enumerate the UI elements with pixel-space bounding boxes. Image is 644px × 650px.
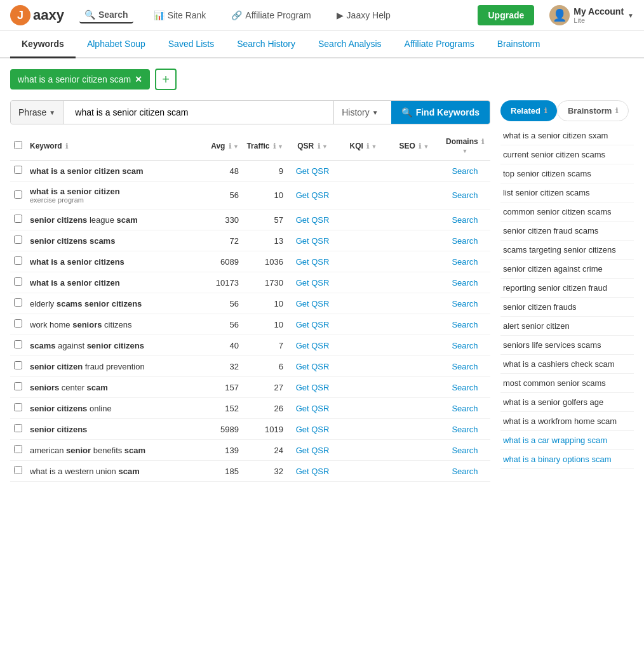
related-list-item[interactable]: common senior citizen scams [500,202,634,222]
search-link[interactable]: Search [452,299,478,308]
qsr-cell[interactable]: Get QSR [287,440,338,461]
row-checkbox[interactable] [14,466,22,474]
nav-site-rank[interactable]: 📊 Site Rank [149,8,211,23]
tab-search-history[interactable]: Search History [225,31,307,57]
search-tag-close[interactable]: ✕ [135,74,142,84]
row-checkbox[interactable] [14,424,22,432]
search-link[interactable]: Search [452,190,478,200]
row-checkbox[interactable] [14,190,22,199]
qsr-cell[interactable]: Get QSR [287,335,338,356]
qsr-cell[interactable]: Get QSR [287,398,338,419]
domains-cell[interactable]: Search [439,293,490,314]
row-checkbox[interactable] [14,361,22,369]
related-list-item[interactable]: alert senior citizen [500,317,634,336]
account-button[interactable]: 👤 My Account Lite ▼ [549,5,634,25]
get-qsr-link[interactable]: Get QSR [296,166,330,176]
related-list-item[interactable]: what is a binary options scam [500,450,634,469]
tab-affiliate-programs[interactable]: Affiliate Programs [393,31,486,57]
search-link[interactable]: Search [452,383,478,392]
search-tag[interactable]: what is a senior citizen scam ✕ [10,69,150,90]
related-list-item[interactable]: most common senior scams [500,374,634,393]
kqi-sort-icon[interactable]: ▼ [372,143,377,150]
get-qsr-link[interactable]: Get QSR [296,341,330,350]
search-link[interactable]: Search [452,236,478,246]
related-list-item[interactable]: what is a senior citizen sxam [500,126,634,145]
qsr-cell[interactable]: Get QSR [287,419,338,440]
get-qsr-link[interactable]: Get QSR [296,278,330,288]
qsr-cell[interactable]: Get QSR [287,272,338,293]
domains-cell[interactable]: Search [439,182,490,209]
nav-affiliate-program[interactable]: 🔗 Affiliate Program [226,8,316,23]
search-main-input[interactable] [69,101,328,124]
domains-cell[interactable]: Search [439,398,490,419]
get-qsr-link[interactable]: Get QSR [296,362,330,371]
traffic-info-icon[interactable]: ℹ [273,142,276,150]
search-link[interactable]: Search [452,404,478,413]
phrase-dropdown[interactable]: Phrase ▼ [11,101,64,124]
related-list-item[interactable]: senior citizen fraud scams [500,222,634,241]
related-list-item[interactable]: current senior citizen scams [500,145,634,164]
search-link[interactable]: Search [452,166,478,176]
search-link[interactable]: Search [452,362,478,371]
search-link[interactable]: Search [452,215,478,225]
qsr-cell[interactable]: Get QSR [287,182,338,209]
avg-sort-icon[interactable]: ▼ [233,143,239,150]
tab-keywords[interactable]: Keywords [10,31,76,58]
search-link[interactable]: Search [452,257,478,267]
select-all-checkbox[interactable] [14,141,22,149]
domains-cell[interactable]: Search [439,230,490,251]
qsr-cell[interactable]: Get QSR [287,161,338,182]
search-link[interactable]: Search [452,278,478,288]
nav-jaaxy-help[interactable]: ▶ Jaaxy Help [332,8,396,23]
seo-sort-icon[interactable]: ▼ [424,143,429,150]
domains-cell[interactable]: Search [439,419,490,440]
get-qsr-link[interactable]: Get QSR [296,320,330,329]
search-link[interactable]: Search [452,320,478,329]
row-checkbox[interactable] [14,382,22,390]
qsr-info-icon[interactable]: ℹ [318,142,320,150]
get-qsr-link[interactable]: Get QSR [296,215,330,225]
qsr-cell[interactable]: Get QSR [287,461,338,482]
related-list-item[interactable]: list senior citizen scams [500,183,634,202]
search-link[interactable]: Search [452,446,478,455]
nav-search[interactable]: 🔍 Search [79,7,133,23]
get-qsr-link[interactable]: Get QSR [296,467,330,476]
qsr-cell[interactable]: Get QSR [287,356,338,377]
get-qsr-link[interactable]: Get QSR [296,257,330,267]
get-qsr-link[interactable]: Get QSR [296,236,330,246]
find-keywords-button[interactable]: 🔍 Find Keywords [391,101,490,124]
qsr-cell[interactable]: Get QSR [287,314,338,335]
traffic-sort-icon[interactable]: ▼ [278,143,283,150]
tab-saved-lists[interactable]: Saved Lists [157,31,225,57]
get-qsr-link[interactable]: Get QSR [296,404,330,413]
related-list-item[interactable]: what is a car wrapping scam [500,431,634,450]
qsr-cell[interactable]: Get QSR [287,251,338,272]
domains-cell[interactable]: Search [439,440,490,461]
domains-cell[interactable]: Search [439,314,490,335]
domains-cell[interactable]: Search [439,272,490,293]
get-qsr-link[interactable]: Get QSR [296,446,330,455]
row-checkbox[interactable] [14,215,22,223]
brainstorm-info-icon[interactable]: ℹ [615,107,618,115]
related-list-item[interactable]: scams targeting senior citizens [500,241,634,260]
domains-cell[interactable]: Search [439,251,490,272]
domains-cell[interactable]: Search [439,461,490,482]
row-checkbox[interactable] [14,256,22,265]
get-qsr-link[interactable]: Get QSR [296,299,330,308]
row-checkbox[interactable] [14,166,22,174]
related-list-item[interactable]: senior citizen against crime [500,260,634,279]
get-qsr-link[interactable]: Get QSR [296,383,330,392]
domains-cell[interactable]: Search [439,209,490,230]
upgrade-button[interactable]: Upgrade [478,5,534,25]
keyword-info-icon[interactable]: ℹ [65,142,68,150]
row-checkbox[interactable] [14,235,22,244]
related-tab[interactable]: Related ℹ [500,100,557,121]
logo[interactable]: J aaxy [10,5,64,25]
domains-info-icon[interactable]: ℹ [481,138,484,145]
get-qsr-link[interactable]: Get QSR [296,190,330,200]
qsr-sort-icon[interactable]: ▼ [322,143,328,150]
related-list-item[interactable]: seniors life services scams [500,336,634,355]
related-list-item[interactable]: what is a cashiers check scam [500,355,634,374]
kqi-info-icon[interactable]: ℹ [366,142,369,150]
history-dropdown[interactable]: History ▼ [333,101,386,124]
